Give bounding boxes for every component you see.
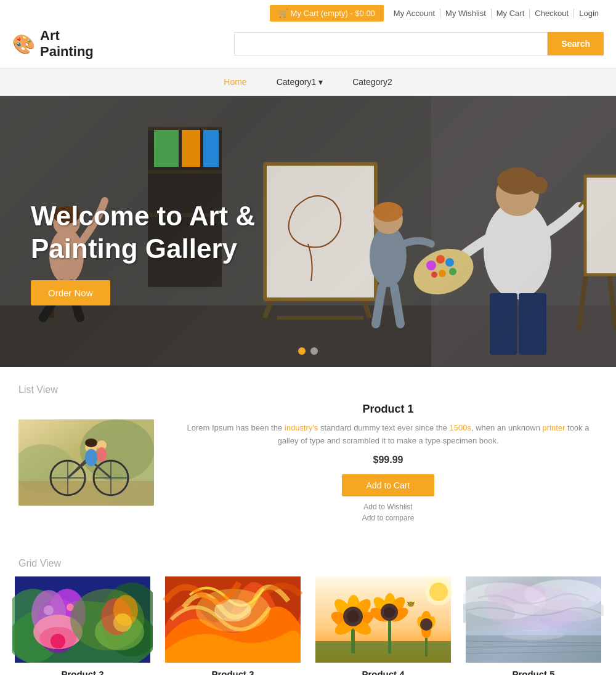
svg-rect-15 <box>265 164 376 299</box>
svg-point-136 <box>540 610 589 629</box>
svg-rect-87 <box>315 641 451 663</box>
product3-name: Product 3 <box>163 669 303 675</box>
palette-icon: 🎨 <box>12 33 35 55</box>
hero-dots <box>298 347 318 355</box>
svg-rect-47 <box>18 481 154 506</box>
product5-painting <box>463 576 604 663</box>
list-view-label: List View <box>0 367 616 403</box>
hero-title: Welcome to Art & Painting Gallery <box>31 200 277 265</box>
product1-name: Product 1 <box>179 403 598 416</box>
product1-description: Lorem Ipsum has been the industry's stan… <box>179 422 598 448</box>
grid-view: Product 2 <box>0 576 616 675</box>
svg-point-35 <box>449 268 456 275</box>
checkout-link[interactable]: Checkout <box>530 9 574 18</box>
svg-point-33 <box>436 255 445 264</box>
hero-dot-2[interactable] <box>310 347 318 355</box>
svg-point-89 <box>429 583 448 601</box>
my-account-link[interactable]: My Account <box>389 9 440 18</box>
svg-rect-39 <box>519 293 546 355</box>
product3-image <box>163 576 303 663</box>
svg-point-76 <box>44 605 54 615</box>
hero-banner: Welcome to Art & Painting Gallery Order … <box>0 96 616 367</box>
top-bar: 🛒 My Cart (empty) - $0.00 My Account My … <box>0 0 616 24</box>
navigation: Home Category1 ▾ Category2 <box>0 68 616 96</box>
svg-point-22 <box>370 225 407 287</box>
logo-text: Art Painting <box>40 28 94 60</box>
product5-name: Product 5 <box>463 669 604 675</box>
product1-compare-link[interactable]: Add to compare <box>362 514 415 522</box>
list-view-section: List View <box>0 367 616 541</box>
svg-point-63 <box>85 439 97 447</box>
hero-content: Welcome to Art & Painting Gallery Order … <box>31 200 277 305</box>
svg-point-28 <box>530 177 548 194</box>
my-cart-link[interactable]: My Cart <box>492 9 530 18</box>
svg-rect-102 <box>388 620 391 653</box>
svg-rect-10 <box>182 130 200 167</box>
svg-point-111 <box>384 607 395 618</box>
product5: Product 5 <box>463 576 604 675</box>
product4-name: Product 4 <box>313 669 453 675</box>
search-button[interactable]: Search <box>548 32 604 55</box>
svg-point-36 <box>439 270 446 277</box>
grid-view-label: Grid View <box>0 541 616 576</box>
svg-point-135 <box>484 580 546 604</box>
product1-image <box>18 419 154 506</box>
svg-point-115 <box>408 602 414 607</box>
svg-point-32 <box>426 261 436 270</box>
top-links: My Account My Wishlist My Cart Checkout … <box>389 9 604 18</box>
svg-rect-42 <box>585 176 616 275</box>
search-area: Search <box>234 32 604 55</box>
logo: 🎨 Art Painting <box>12 28 99 60</box>
product3: Product 3 <box>163 576 303 675</box>
svg-rect-38 <box>490 293 517 355</box>
product1-actions: Add to Wishlist Add to compare <box>179 503 598 522</box>
login-link[interactable]: Login <box>574 9 604 18</box>
list-view: Product 1 Lorem Ipsum has been the indus… <box>0 403 616 541</box>
svg-point-65 <box>97 447 107 462</box>
svg-point-37 <box>431 272 437 278</box>
nav-category2[interactable]: Category2 <box>338 68 407 95</box>
product1-price: $99.99 <box>179 455 598 466</box>
product2-name: Product 2 <box>12 669 153 675</box>
mini-cart-button[interactable]: 🛒 My Cart (empty) - $0.00 <box>270 5 384 22</box>
my-wishlist-link[interactable]: My Wishlist <box>440 9 492 18</box>
svg-point-82 <box>113 613 132 632</box>
nav-category1[interactable]: Category1 ▾ <box>262 68 338 95</box>
product5-image <box>463 576 604 663</box>
svg-rect-11 <box>203 130 219 167</box>
product4-image <box>313 576 453 663</box>
product1-add-to-cart-button[interactable]: Add to Cart <box>342 474 435 496</box>
product4-painting <box>313 576 453 663</box>
hero-dot-1[interactable] <box>298 347 306 355</box>
product2-painting <box>12 576 153 663</box>
svg-point-34 <box>445 258 454 267</box>
svg-point-122 <box>420 618 432 631</box>
nav-home[interactable]: Home <box>209 68 261 95</box>
header: 🎨 Art Painting Search <box>0 24 616 68</box>
search-input[interactable] <box>234 32 548 55</box>
product1-info: Product 1 Lorem Ipsum has been the indus… <box>179 403 598 523</box>
grid-view-section: Grid View <box>0 541 616 675</box>
svg-point-24 <box>373 202 403 222</box>
product2: Product 2 <box>12 576 153 675</box>
product1-wishlist-link[interactable]: Add to Wishlist <box>363 503 412 511</box>
svg-rect-7 <box>148 170 222 174</box>
order-now-button[interactable]: Order Now <box>31 280 110 305</box>
svg-point-101 <box>347 610 359 623</box>
svg-point-62 <box>85 449 97 466</box>
chevron-down-icon: ▾ <box>318 77 323 87</box>
product2-image <box>12 576 153 663</box>
product4: Product 4 <box>313 576 453 675</box>
svg-point-75 <box>51 634 65 649</box>
product1-painting <box>18 419 154 506</box>
product3-painting <box>163 576 303 663</box>
svg-rect-9 <box>154 130 179 167</box>
svg-rect-134 <box>466 631 601 636</box>
